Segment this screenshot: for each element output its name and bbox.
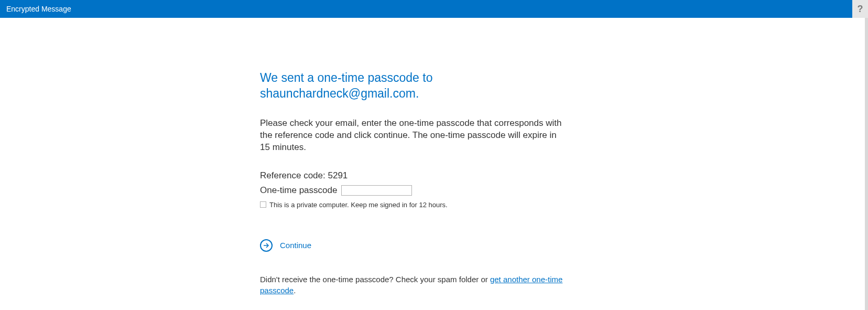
passcode-label: One-time passcode [260, 185, 337, 196]
footer-prefix: Didn't receive the one-time passcode? Ch… [260, 275, 490, 284]
help-icon: ? [858, 4, 863, 15]
reference-code-label: Reference code: 5291 [260, 170, 564, 181]
footer-suffix: . [294, 286, 296, 295]
passcode-row: One-time passcode [260, 185, 564, 196]
passcode-input[interactable] [341, 185, 412, 196]
page-title: Encrypted Message [6, 5, 71, 13]
help-button[interactable]: ? [852, 0, 868, 18]
header-bar: Encrypted Message ? [0, 0, 868, 18]
main-content: We sent a one-time passcode to shaunchar… [260, 18, 564, 296]
continue-label: Continue [280, 241, 311, 250]
continue-button[interactable]: Continue [260, 239, 564, 252]
passcode-sent-heading: We sent a one-time passcode to shaunchar… [260, 70, 564, 102]
private-computer-row: This is a private computer. Keep me sign… [260, 201, 564, 209]
private-computer-checkbox[interactable] [260, 201, 266, 208]
instructions-text: Please check your email, enter the one-t… [260, 117, 564, 154]
footer-text: Didn't receive the one-time passcode? Ch… [260, 274, 564, 296]
vertical-scrollbar[interactable] [865, 18, 868, 310]
arrow-right-icon [260, 239, 273, 252]
private-computer-label: This is a private computer. Keep me sign… [269, 201, 448, 209]
